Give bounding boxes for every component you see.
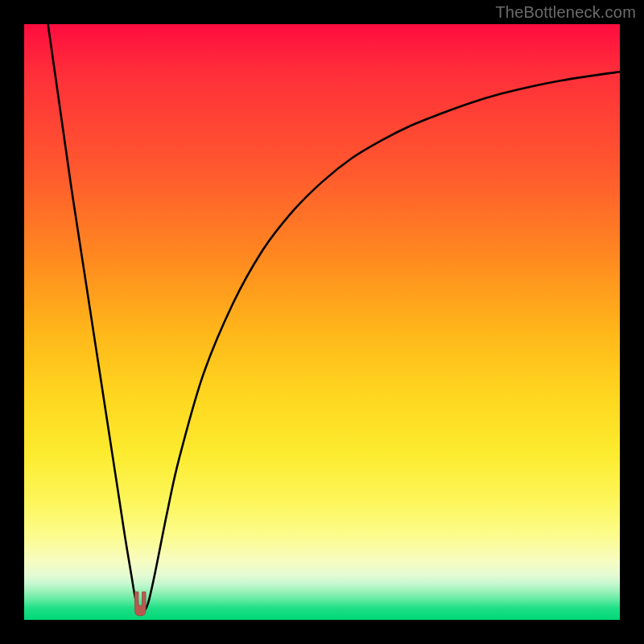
chart-frame: TheBottleneck.com: [0, 0, 644, 644]
curve-layer: [24, 24, 620, 620]
plot-area: [24, 24, 620, 620]
watermark-text: TheBottleneck.com: [495, 3, 636, 22]
optimal-marker: [135, 592, 146, 616]
bottleneck-curve: [48, 24, 620, 612]
